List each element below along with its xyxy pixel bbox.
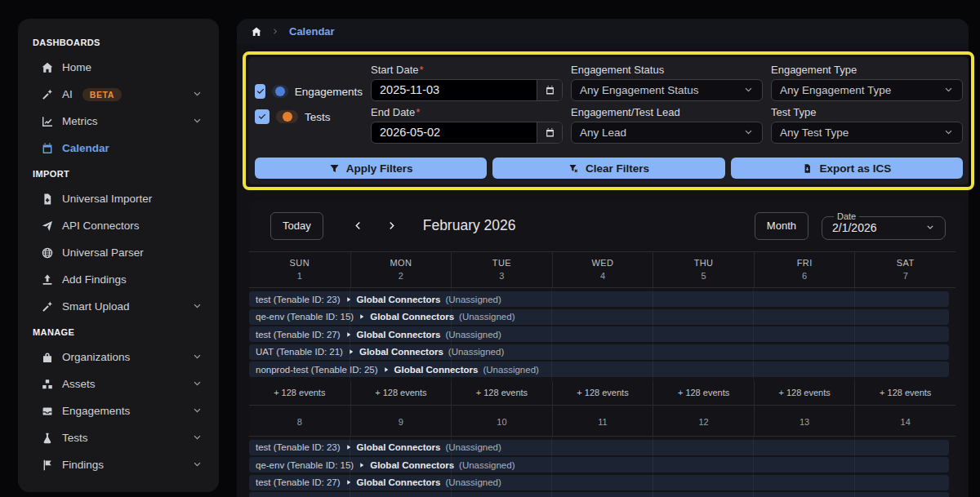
sidebar-heading-manage: MANAGE <box>28 320 209 344</box>
sidebar-item-label: Smart Upload <box>62 300 130 313</box>
more-events-link[interactable]: + 128 events <box>754 381 855 405</box>
date-picker[interactable]: Date 2/1/2026 <box>822 211 946 240</box>
day-cell[interactable]: 11 <box>552 406 653 436</box>
sidebar-item-engagements[interactable]: Engagements <box>28 397 209 424</box>
engagement-type-select[interactable]: Any Engagement Type <box>771 79 963 101</box>
more-events-link[interactable]: + 128 events <box>350 381 452 405</box>
clear-filters-button[interactable]: Clear Filters <box>492 158 724 179</box>
sidebar-item-label: API Connectors <box>62 220 140 232</box>
engagement-lead-value: Any Lead <box>580 126 626 139</box>
app-window: DASHBOARDS Home AI BETA Metrics Calendar… <box>0 0 980 497</box>
sidebar-item-api-connectors[interactable]: API Connectors <box>28 212 209 239</box>
day-cell[interactable]: WED4 <box>552 252 653 287</box>
day-cell[interactable]: 12 <box>653 406 754 436</box>
calendar-event[interactable]: nonprod-test (Tenable ID: 25) Global Con… <box>249 362 949 377</box>
sidebar-item-label: Universal Parser <box>62 246 144 259</box>
sidebar-item-tests[interactable]: Tests <box>28 424 209 451</box>
sidebar-item-ai[interactable]: AI BETA <box>28 81 209 108</box>
engagements-checkbox[interactable] <box>255 84 265 99</box>
day-cell[interactable]: 14 <box>854 406 956 436</box>
day-cell[interactable]: 13 <box>754 406 855 436</box>
caret-right-icon <box>359 462 365 468</box>
sidebar-item-label: Tests <box>62 432 88 444</box>
sidebar-item-label: Home <box>62 61 91 73</box>
sidebar-item-assets[interactable]: Assets <box>28 371 209 397</box>
sidebar-item-label: Add Findings <box>62 273 127 286</box>
month-view-button[interactable]: Month <box>755 212 808 240</box>
wand-icon <box>41 88 54 101</box>
day-cell[interactable]: 9 <box>350 406 452 436</box>
breadcrumb-current[interactable]: Calendar <box>289 25 335 38</box>
calendar-event[interactable]: test (Tenable ID: 27) Global Connectors … <box>249 326 949 342</box>
start-date-label: Start Date* <box>371 64 563 76</box>
export-ics-button[interactable]: Export as ICS <box>731 158 963 179</box>
more-events-link[interactable]: + 128 events <box>653 381 754 405</box>
more-events-link[interactable]: + 128 events <box>451 381 552 405</box>
next-month-icon[interactable] <box>386 220 399 232</box>
filter-panel: Engagements Tests Start Date* 2025-11-03 <box>248 57 969 184</box>
day-cell[interactable]: THU5 <box>653 252 754 287</box>
breadcrumb: Calendar <box>237 19 969 44</box>
calendar-icon <box>41 142 54 155</box>
week1-header: SUN1 MON2 TUE3 WED4 THU5 FRI6 SAT7 <box>249 251 956 288</box>
funnel-icon <box>329 163 340 174</box>
day-cell[interactable]: FRI6 <box>754 252 855 287</box>
more-events-link[interactable]: + 128 events <box>854 381 956 405</box>
calendar-event[interactable]: qe-env (Tenable ID: 15) Global Connector… <box>249 309 949 325</box>
sidebar-item-label: Findings <box>62 459 104 471</box>
apply-filters-button[interactable]: Apply Filters <box>255 158 487 179</box>
more-events-link[interactable]: + 128 events <box>552 381 653 405</box>
start-date-input[interactable]: 2025-11-03 <box>371 79 563 101</box>
today-button[interactable]: Today <box>270 212 323 240</box>
day-cell[interactable]: SAT7 <box>854 252 956 287</box>
test-type-value: Any Test Type <box>780 126 849 139</box>
day-cell[interactable]: TUE3 <box>451 252 552 287</box>
tests-toggle-label: Tests <box>305 111 331 123</box>
sidebar-item-label: Metrics <box>62 115 98 127</box>
briefcase-icon <box>41 351 54 364</box>
sidebar-item-add-findings[interactable]: Add Findings <box>28 266 209 293</box>
engagement-status-select[interactable]: Any Engagement Status <box>571 79 763 101</box>
week2-header: 8 9 10 11 12 13 14 <box>249 406 956 437</box>
start-date-calendar-button[interactable] <box>537 80 562 100</box>
day-cell[interactable]: 10 <box>451 406 552 436</box>
file-export-icon <box>802 163 813 174</box>
sidebar-item-smart-upload[interactable]: Smart Upload <box>28 293 209 320</box>
sidebar-item-label: Assets <box>62 378 96 390</box>
end-date-input[interactable]: 2026-05-02 <box>371 122 563 144</box>
metrics-chart-icon <box>41 115 54 128</box>
sidebar-item-universal-parser[interactable]: Universal Parser <box>28 239 209 266</box>
calendar-event[interactable]: test (Tenable ID: 27) Global Connectors … <box>249 475 949 490</box>
day-cell[interactable]: 8 <box>249 406 350 436</box>
calendar-event[interactable]: UAT (Tenable ID: 21) Global Connectors (… <box>249 344 949 360</box>
day-cell[interactable]: SUN1 <box>249 252 350 287</box>
engagement-lead-select[interactable]: Any Lead <box>571 122 763 144</box>
sidebar-item-organizations[interactable]: Organizations <box>28 344 209 371</box>
calendar-event[interactable]: test (Tenable ID: 23) Global Connectors … <box>249 440 949 455</box>
end-date-calendar-button[interactable] <box>537 122 562 143</box>
calendar-event[interactable]: test (Tenable ID: 23) Global Connectors … <box>249 291 949 307</box>
sidebar-item-label: Universal Importer <box>62 193 152 205</box>
calendar-title: February 2026 <box>423 217 516 234</box>
flag-icon <box>41 459 54 472</box>
day-cell[interactable]: MON2 <box>350 252 452 287</box>
calendar-event[interactable]: qe-env (Tenable ID: 15) Global Connector… <box>249 457 949 473</box>
sidebar-heading-import: IMPORT <box>28 162 209 185</box>
tests-checkbox[interactable] <box>255 109 270 124</box>
home-icon[interactable] <box>251 26 262 38</box>
sidebar-item-metrics[interactable]: Metrics <box>28 108 209 135</box>
calendar-event[interactable]: UAT (Tenable ID: 21) Global Connectors (… <box>249 492 949 497</box>
sidebar-item-findings[interactable]: Findings <box>28 451 209 478</box>
chevron-down-icon <box>192 433 203 443</box>
test-type-select[interactable]: Any Test Type <box>771 122 963 144</box>
sidebar-item-home[interactable]: Home <box>28 54 209 81</box>
engagement-type-value: Any Engagement Type <box>780 84 891 96</box>
caret-right-icon <box>345 444 352 450</box>
more-events-link[interactable]: + 128 events <box>249 381 350 405</box>
sidebar-item-universal-importer[interactable]: Universal Importer <box>28 185 209 212</box>
sidebar-item-calendar[interactable]: Calendar <box>28 135 209 162</box>
chevron-down-icon <box>192 352 203 362</box>
filter-highlight-box: Engagements Tests Start Date* 2025-11-03 <box>243 51 974 190</box>
engagement-lead-label: Engagement/Test Lead <box>571 106 763 118</box>
previous-month-icon[interactable] <box>351 220 363 232</box>
